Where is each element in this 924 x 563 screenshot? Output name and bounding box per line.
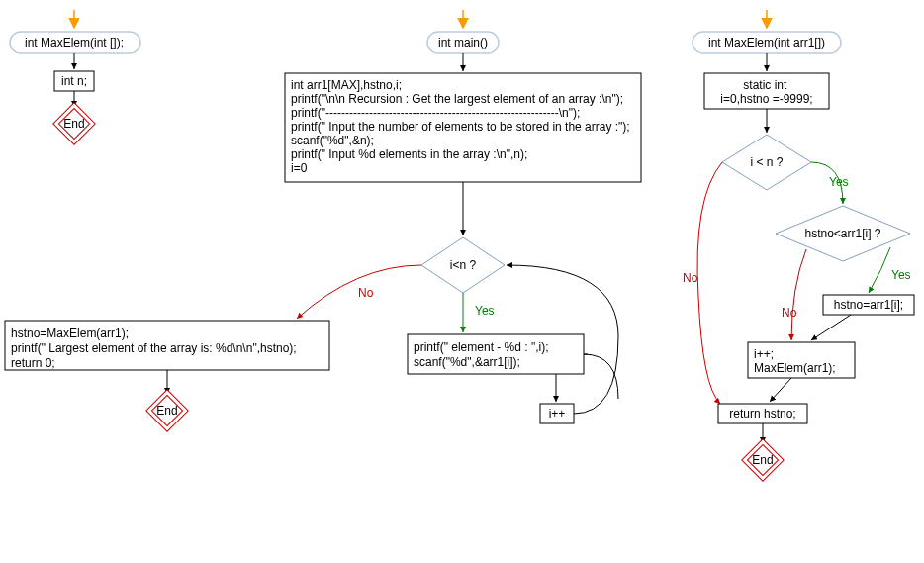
func-text: int MaxElem(int arr1[]) xyxy=(708,36,825,49)
int-n-text: int n; xyxy=(61,74,87,88)
cond2-col3-text: hstno<arr1[i] ? xyxy=(804,227,880,240)
no2-arrow xyxy=(791,249,806,340)
yes1-label: Yes xyxy=(829,175,849,189)
no1-label: No xyxy=(683,271,698,285)
end-text-col1: End xyxy=(63,117,84,131)
end-text-col2: End xyxy=(156,404,177,418)
no2-label: No xyxy=(782,306,797,320)
end-node-col1: End xyxy=(53,103,95,144)
end-text-col3: End xyxy=(752,453,773,467)
cond-col2-text: i<n ? xyxy=(450,258,477,272)
arc-to-inc xyxy=(584,354,618,399)
flowchart-diagram: int MaxElem(int []); int n; End int main… xyxy=(0,0,924,563)
yes2-label: Yes xyxy=(891,268,911,282)
func-decl-text: int MaxElem(int []); xyxy=(25,36,124,49)
yes2-arrow xyxy=(869,247,890,293)
inc-text: i++ xyxy=(549,407,566,421)
assign-text: hstno=arr1[i]; xyxy=(834,298,903,312)
cond1-col3-text: i < n ? xyxy=(750,155,783,169)
arrow-recurse-ret xyxy=(770,378,791,402)
no1-arrow xyxy=(697,162,722,404)
yes-col2-label: Yes xyxy=(475,304,495,318)
arrow-assign-recurse xyxy=(811,315,851,340)
end-node-col2: End xyxy=(146,390,188,431)
end-node-col3: End xyxy=(742,439,784,481)
main-text: int main() xyxy=(438,36,488,49)
no-col2-label: No xyxy=(358,286,374,300)
return-text: return hstno; xyxy=(729,407,795,421)
